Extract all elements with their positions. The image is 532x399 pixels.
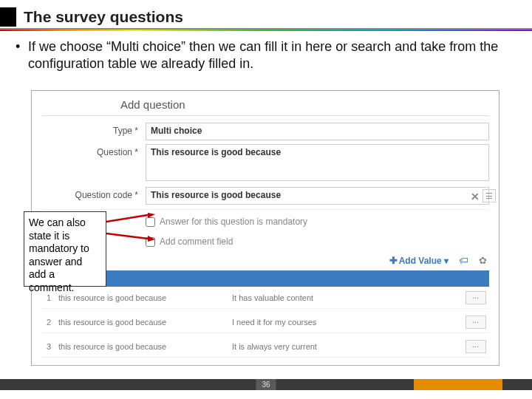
action-row: ✚Add Value ▾ 🏷 ✿ <box>389 255 487 266</box>
clear-icon[interactable]: ✕ <box>471 191 480 202</box>
gear-icon[interactable]: ✿ <box>479 255 487 266</box>
table-row: 1 this resource is good because It has v… <box>42 287 489 309</box>
arrow-annotation <box>106 231 155 245</box>
add-value-label: Add Value <box>399 256 442 266</box>
svg-marker-3 <box>148 236 155 242</box>
footer-accent <box>414 379 502 390</box>
panel-heading: Add question <box>120 98 185 111</box>
field-code: Question code * This resource is good be… <box>42 187 489 205</box>
label-question: Question * <box>42 144 146 181</box>
bullet-dot: • <box>16 38 20 55</box>
input-question[interactable]: This resource is good because <box>146 144 489 181</box>
divider <box>42 209 489 210</box>
row-q: this resource is good because <box>58 293 232 302</box>
comment-row[interactable]: Add comment field <box>146 236 233 247</box>
row-num: 1 <box>42 293 58 302</box>
comment-label: Add comment field <box>160 236 233 247</box>
title-marker <box>0 7 16 27</box>
table-row: 2 this resource is good because I need i… <box>42 311 489 333</box>
row-q: this resource is good because <box>58 318 232 327</box>
callout-box: We can also state it is mandatory to ans… <box>24 211 106 287</box>
table-header: Value <box>42 270 489 287</box>
row-num: 2 <box>42 318 58 327</box>
field-type: Type * Multi choice <box>42 123 489 140</box>
row-v: I need it for my courses <box>232 318 466 327</box>
input-type[interactable]: Multi choice <box>146 123 489 140</box>
code-value: This resource is good because <box>151 190 281 200</box>
label-type: Type * <box>42 123 146 140</box>
input-code[interactable]: This resource is good because ✕ <box>146 187 489 205</box>
mandatory-row[interactable]: Answer for this question is mandatory <box>146 216 307 227</box>
label-code: Question code * <box>42 187 146 205</box>
svg-line-2 <box>106 233 148 239</box>
row-v: It is always very current <box>232 342 466 351</box>
row-action-button[interactable]: … <box>466 340 486 353</box>
page-title: The survey questions <box>24 8 183 26</box>
row-action-button[interactable]: … <box>466 291 486 304</box>
title-bar: The survey questions <box>0 7 183 27</box>
rainbow-divider <box>0 30 532 31</box>
caret-icon: ▾ <box>442 256 449 266</box>
bullet-item: • If we choose “Multi choice” then we ca… <box>18 38 513 72</box>
list-icon[interactable]: ☰ <box>482 189 496 202</box>
callout-text: We can also state it is mandatory to ans… <box>29 216 89 293</box>
tag-icon[interactable]: 🏷 <box>459 255 468 266</box>
mandatory-label: Answer for this question is mandatory <box>160 216 307 227</box>
arrow-annotation <box>106 213 155 226</box>
row-num: 3 <box>42 342 58 351</box>
add-value-button[interactable]: ✚Add Value ▾ <box>389 255 449 266</box>
bullet-text: If we choose “Multi choice” then we can … <box>28 38 513 72</box>
row-action-button[interactable]: … <box>466 316 486 329</box>
row-q: this resource is good because <box>58 342 232 351</box>
table-row: 3 this resource is good because It is al… <box>42 335 489 358</box>
svg-line-0 <box>106 215 148 222</box>
svg-marker-1 <box>148 213 155 218</box>
plus-icon: ✚ <box>389 255 398 266</box>
field-question: Question * This resource is good because <box>42 144 489 181</box>
row-v: It has valuable content <box>232 293 466 302</box>
divider <box>42 115 489 116</box>
page-number: 36 <box>256 379 276 390</box>
